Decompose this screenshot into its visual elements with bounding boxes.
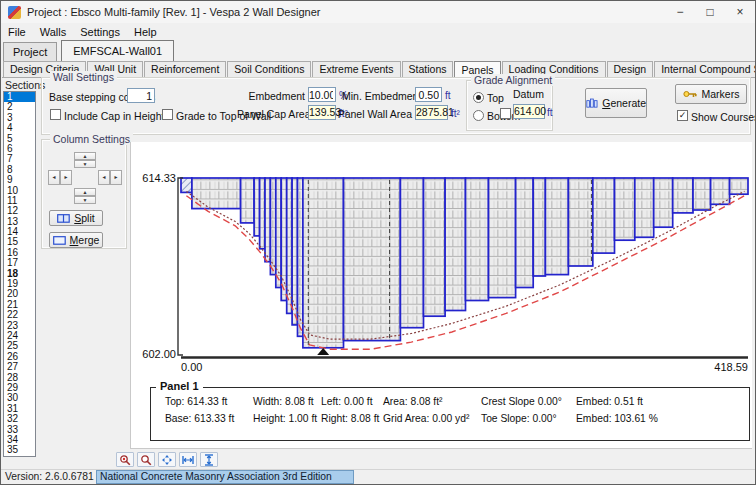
panel-cap-area-label: Panel Cap Area	[237, 108, 305, 120]
window-controls: −□×	[665, 1, 755, 23]
wall-panel[interactable]	[673, 178, 693, 213]
grade-bottom-checkbox[interactable]	[500, 108, 511, 119]
zoom-out-icon	[140, 454, 152, 466]
panel-info-caption: Panel 1	[156, 380, 203, 392]
generate-panels-icon	[586, 96, 598, 111]
y-axis-bottom-label: 602.00	[142, 348, 176, 360]
menu-settings[interactable]: Settings	[73, 24, 127, 40]
wall-profile-chart: 614.33602.000.00418.59	[131, 142, 753, 382]
generate-button[interactable]: Generate	[585, 88, 647, 118]
include-cap-checkbox[interactable]	[50, 109, 61, 120]
column-top-up-button[interactable]: ▲	[74, 152, 96, 160]
column-bottom-up-button[interactable]: ▲	[74, 188, 96, 196]
tab-design[interactable]: Design	[607, 61, 654, 77]
zoom-in-button[interactable]	[116, 452, 134, 467]
menu-help[interactable]: Help	[127, 24, 164, 40]
wall-panel[interactable]	[545, 178, 568, 275]
key-icon	[683, 89, 698, 99]
wall-panel[interactable]	[654, 178, 673, 227]
maximize-button[interactable]: □	[695, 1, 725, 23]
wall-panel[interactable]	[400, 178, 423, 328]
panel-wall-area-label: Panel Wall Area	[337, 108, 412, 120]
merge-button[interactable]: Merge	[49, 232, 103, 248]
sections-list[interactable]: 1234567891011121314151617181920212223242…	[3, 91, 36, 457]
fit-window-button[interactable]	[158, 452, 176, 467]
wall-panel[interactable]	[181, 178, 192, 192]
wall-tab-emfscal-wall01[interactable]: EMFSCAL-Wall01	[61, 40, 174, 62]
wall-panel[interactable]	[593, 178, 615, 253]
column-right-left-button[interactable]: ◄	[98, 170, 110, 185]
tab-extreme-events[interactable]: Extreme Events	[312, 61, 400, 77]
wall-panel[interactable]	[730, 178, 748, 194]
panel-wall-area-value: 2875.81	[415, 105, 448, 120]
grade-bottom-radio[interactable]	[473, 110, 484, 121]
panel-info-cell: Grid Area: 0.00 yd²	[383, 413, 469, 424]
wall-panel[interactable]	[192, 178, 241, 209]
section-item-27[interactable]: 27	[4, 362, 35, 372]
embedment-input[interactable]	[308, 87, 336, 102]
section-item-4[interactable]: 4	[4, 123, 35, 133]
section-item-35[interactable]: 35	[4, 445, 35, 455]
menu-file[interactable]: File	[1, 24, 33, 40]
close-button[interactable]: ×	[725, 1, 755, 23]
grade-alignment-caption: Grade Alignment	[471, 74, 555, 86]
wall-panel[interactable]	[445, 178, 465, 311]
wall-tab-project[interactable]: Project	[3, 42, 57, 62]
fit-width-button[interactable]	[179, 452, 197, 467]
column-left-left-button[interactable]: ◄	[48, 170, 60, 185]
tab-soil-conditions[interactable]: Soil Conditions	[227, 61, 311, 77]
section-item-9[interactable]: 9	[4, 175, 35, 185]
wall-panel[interactable]	[533, 178, 545, 276]
panel-info-cell: Width: 8.08 ft	[253, 396, 314, 407]
wall-panel[interactable]	[489, 178, 516, 298]
menu-walls[interactable]: Walls	[33, 24, 73, 40]
wall-panel[interactable]	[693, 178, 711, 210]
grade-to-top-checkbox[interactable]	[162, 109, 173, 120]
column-right-right-button[interactable]: ►	[110, 170, 122, 185]
menu-bar: FileWallsSettingsHelp	[1, 23, 755, 41]
merge-button-label: Merge	[70, 234, 100, 246]
wall-panel[interactable]	[303, 178, 344, 348]
column-left-right-button[interactable]: ►	[60, 170, 72, 185]
tab-internal-compound-stability[interactable]: Internal Compound Stability	[654, 61, 756, 77]
fit-height-button[interactable]	[200, 452, 218, 467]
wall-settings-caption: Wall Settings	[50, 71, 117, 83]
grade-top-radio[interactable]	[473, 92, 484, 103]
window-title: Project : Ebsco Multi-family [Rev. 1] - …	[27, 6, 320, 18]
wall-panel[interactable]	[615, 178, 635, 240]
panel-info-cell: Embed: 0.51 ft	[576, 396, 643, 407]
generate-button-label: Generate	[602, 97, 646, 109]
min-embedment-label: Min. Embedment	[342, 90, 412, 102]
min-embedment-input[interactable]	[415, 87, 442, 102]
split-button[interactable]: Split	[49, 210, 103, 226]
panel-info-box: Panel 1 Top: 614.33 ftWidth: 8.08 ftLeft…	[150, 387, 750, 441]
sections-label: Sections	[5, 79, 45, 91]
wall-panel[interactable]	[635, 178, 654, 237]
wall-panel[interactable]	[241, 178, 255, 223]
show-courses-checkbox[interactable]: ✓	[677, 110, 688, 121]
show-courses-label: Show Courses	[691, 111, 756, 123]
section-item-32[interactable]: 32	[4, 414, 35, 424]
fit-width-icon	[182, 454, 194, 466]
station-marker-triangle[interactable]	[317, 348, 329, 355]
datum-unit: ft	[547, 107, 553, 118]
tab-reinforcement[interactable]: Reinforcement	[144, 61, 226, 77]
markers-button[interactable]: Markers	[675, 84, 747, 104]
column-bottom-down-button[interactable]: ▼	[74, 196, 96, 204]
wall-panel[interactable]	[568, 178, 592, 266]
wall-panel[interactable]	[516, 178, 534, 288]
wall-panel[interactable]	[344, 178, 401, 341]
minimize-button[interactable]: −	[665, 1, 695, 23]
grade-alignment-group: Grade Alignment Top Bottom Datum 614.00 …	[466, 80, 553, 131]
column-settings-caption: Column Settings	[50, 133, 133, 145]
base-stepping-input[interactable]	[127, 88, 155, 103]
y-axis-top-label: 614.33	[142, 172, 176, 184]
zoom-out-button[interactable]	[137, 452, 155, 467]
chart-toolbar	[116, 452, 218, 467]
tab-stations[interactable]: Stations	[402, 61, 454, 77]
wall-panel[interactable]	[424, 178, 446, 316]
split-panes-icon	[57, 214, 70, 223]
column-top-down-button[interactable]: ▼	[74, 160, 96, 168]
wall-panel[interactable]	[466, 178, 489, 301]
app-icon	[8, 6, 21, 19]
